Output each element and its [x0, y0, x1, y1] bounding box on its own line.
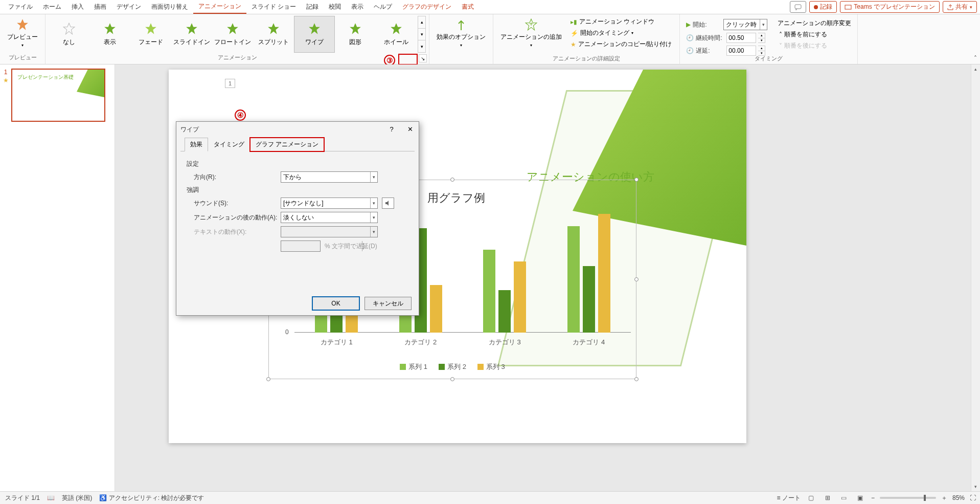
- sound-combo[interactable]: [サウンドなし]▾: [281, 198, 378, 209]
- tab-design[interactable]: デザイン: [111, 1, 146, 13]
- anim-wipe[interactable]: ワイプ: [294, 16, 335, 53]
- sound-volume-button[interactable]: [382, 198, 394, 209]
- anim-none[interactable]: なし: [49, 16, 89, 53]
- slideshow-view-icon[interactable]: ▣: [855, 493, 866, 502]
- group-timing: ▶開始:クリック時▾ 🕘継続時間:▴▾ 🕘遅延:▴▾ アニメーションの順序変更 …: [680, 14, 858, 64]
- animation-dialog-launcher[interactable]: ↘: [419, 54, 427, 62]
- duration-input[interactable]: [726, 33, 756, 43]
- cancel-button[interactable]: キャンセル: [364, 297, 412, 310]
- vertical-scrollbar[interactable]: ▴ ▾: [971, 64, 980, 491]
- tab-draw[interactable]: 描画: [89, 1, 111, 13]
- anim-flyin[interactable]: スライドイン: [171, 16, 212, 53]
- reading-view-icon[interactable]: ▭: [838, 493, 850, 502]
- zoom-level[interactable]: 85%: [952, 494, 965, 501]
- record-button[interactable]: 記録: [809, 1, 837, 13]
- anim-fade[interactable]: フェード: [130, 16, 171, 53]
- ribbon: プレビュー▾ プレビュー なし 表示 フェード スライドイン フロートイン スプ…: [0, 14, 980, 64]
- accessibility-status[interactable]: ♿ アクセシビリティ: 検討が必要です: [99, 494, 204, 502]
- dialog-titlebar[interactable]: ワイプ ④ ? ✕: [176, 122, 419, 137]
- anim-indicator-icon: ★: [3, 77, 9, 84]
- add-animation-button[interactable]: + アニメーションの追加▾: [496, 16, 566, 53]
- svg-marker-6: [186, 23, 197, 34]
- zoom-slider[interactable]: [880, 497, 936, 499]
- tab-help[interactable]: ヘルプ: [369, 1, 397, 13]
- thumb-number: 1★: [2, 69, 9, 122]
- tab-animation[interactable]: アニメーション: [193, 0, 246, 14]
- scroll-up-icon[interactable]: ▴: [971, 64, 980, 74]
- language-status[interactable]: 英語 (米国): [62, 494, 92, 502]
- group-preview-label: プレビュー: [9, 53, 37, 63]
- thumbnail-pane[interactable]: 1★ プレゼンテーション基礎: [0, 64, 115, 491]
- gallery-up-icon[interactable]: ▴: [418, 16, 425, 28]
- tab-transition[interactable]: 画面切り替え: [146, 1, 193, 13]
- svg-marker-7: [227, 23, 238, 34]
- gallery-scroll[interactable]: ▴▾▾: [418, 16, 426, 53]
- effect-options-button[interactable]: 効果のオプション▾: [432, 16, 490, 53]
- sorter-view-icon[interactable]: ⊞: [822, 493, 833, 502]
- workspace: 1★ プレゼンテーション基礎 1 ション基礎 アニメーションの使い方 用グラフ例…: [0, 64, 980, 491]
- trigger-button[interactable]: ⚡開始のタイミング ▾: [569, 28, 673, 38]
- duration-label: 継続時間:: [696, 34, 724, 42]
- direction-label: 方向(R):: [194, 173, 281, 182]
- dialog-close-button[interactable]: ✕: [403, 123, 417, 135]
- reorder-label: アニメーションの順序変更: [778, 18, 851, 28]
- anim-wheel[interactable]: ホイール: [376, 16, 417, 53]
- svg-marker-5: [145, 23, 156, 34]
- anim-split[interactable]: スプリット: [253, 16, 294, 53]
- group-preview: プレビュー▾ プレビュー: [0, 14, 45, 64]
- tab-slideshow[interactable]: スライド ショー: [246, 1, 301, 13]
- gallery-more-icon[interactable]: ▾: [418, 40, 425, 52]
- svg-marker-10: [350, 23, 361, 34]
- animation-painter-button[interactable]: ★アニメーションのコピー/貼り付け: [569, 39, 673, 49]
- move-earlier-button[interactable]: ˄順番を前にする: [778, 30, 851, 39]
- teams-present-button[interactable]: Teams でプレゼンテーション: [840, 1, 940, 13]
- advanced-col: ▸▮アニメーション ウィンドウ ⚡開始のタイミング ▾ ★アニメーションのコピー…: [566, 16, 676, 50]
- anim-appear[interactable]: 表示: [89, 16, 130, 53]
- group-advanced-label: アニメーションの詳細設定: [493, 54, 679, 64]
- fit-to-window-button[interactable]: ⛶: [970, 494, 976, 501]
- normal-view-icon[interactable]: ▢: [806, 493, 817, 502]
- zoom-out-button[interactable]: −: [871, 494, 875, 501]
- dialog-tab-chart-animation[interactable]: グラフ アニメーション: [250, 138, 324, 151]
- spellcheck-icon[interactable]: 📖: [47, 494, 55, 501]
- tab-insert[interactable]: 挿入: [66, 1, 89, 13]
- tab-chart-design[interactable]: グラフのデザイン: [397, 1, 457, 13]
- tab-review[interactable]: 校閲: [324, 1, 346, 13]
- tab-file[interactable]: ファイル: [3, 1, 38, 13]
- comments-button[interactable]: [790, 1, 806, 13]
- dialog-help-button[interactable]: ?: [385, 123, 398, 135]
- pct-delay-label: % 文字間で遅延(D): [325, 242, 377, 251]
- after-animation-combo[interactable]: 淡くしない▾: [281, 212, 378, 223]
- slide-counter[interactable]: スライド 1/1: [5, 494, 40, 502]
- share-button[interactable]: 共有▾: [943, 1, 977, 13]
- tab-home[interactable]: ホーム: [38, 1, 66, 13]
- dialog-tab-timing[interactable]: タイミング: [208, 138, 250, 151]
- slide-thumbnail-1[interactable]: プレゼンテーション基礎: [11, 69, 105, 122]
- scroll-down-icon[interactable]: ▾: [971, 482, 980, 491]
- svg-marker-4: [104, 23, 116, 34]
- dialog-tab-effect[interactable]: 効果: [185, 138, 208, 151]
- tab-record[interactable]: 記録: [301, 1, 324, 13]
- duration-spinner[interactable]: ▴▾: [758, 33, 765, 43]
- preview-button[interactable]: プレビュー▾: [3, 16, 42, 53]
- notes-button[interactable]: ≡ ノート: [777, 494, 801, 502]
- clock-icon: 🕘: [686, 34, 694, 41]
- svg-marker-8: [268, 23, 279, 34]
- start-combo[interactable]: クリック時▾: [723, 19, 767, 30]
- sound-label: サウンド(S):: [194, 199, 281, 208]
- anim-shape[interactable]: 図形: [335, 16, 376, 53]
- collapse-ribbon-icon[interactable]: ˄: [974, 55, 977, 62]
- anim-floatin[interactable]: フロートイン: [212, 16, 253, 53]
- direction-combo[interactable]: 下から▾: [281, 171, 378, 183]
- ok-button[interactable]: OK: [312, 297, 359, 310]
- slide-anim-tag[interactable]: 1: [225, 79, 235, 88]
- group-animation-label: アニメーション: [218, 53, 257, 63]
- zoom-in-button[interactable]: ＋: [941, 494, 947, 502]
- animation-pane-button[interactable]: ▸▮アニメーション ウィンドウ: [569, 17, 673, 27]
- tab-format[interactable]: 書式: [457, 1, 479, 13]
- tab-view[interactable]: 表示: [346, 1, 369, 13]
- wipe-dialog[interactable]: ワイプ ④ ? ✕ 効果 タイミング グラフ アニメーション 設定 方向(R):…: [176, 121, 419, 316]
- section-enhance: 強調: [187, 186, 408, 194]
- gallery-down-icon[interactable]: ▾: [418, 28, 425, 40]
- group-effect-options: 効果のオプション▾: [429, 14, 493, 64]
